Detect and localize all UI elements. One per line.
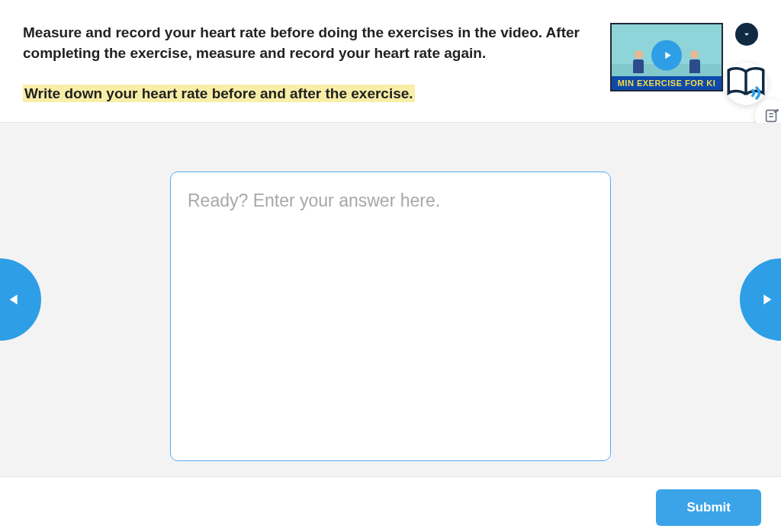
next-button[interactable] <box>740 258 781 341</box>
submit-button[interactable]: Submit <box>656 489 761 526</box>
triangle-left-icon <box>6 291 23 308</box>
thumbnail-figure <box>630 50 647 76</box>
question-header: Measure and record your heart rate befor… <box>0 0 781 123</box>
video-caption: MIN EXERCISE FOR KI <box>612 76 722 90</box>
answer-area <box>0 123 781 476</box>
book-sound-icon <box>725 66 767 101</box>
video-thumbnail[interactable]: MIN EXERCISE FOR KI <box>610 23 723 91</box>
chevron-down-icon <box>741 29 752 40</box>
answer-box <box>170 171 611 461</box>
collapse-toggle-button[interactable] <box>735 23 758 46</box>
edit-note-icon <box>763 107 780 124</box>
read-aloud-button[interactable] <box>725 62 767 105</box>
play-icon <box>651 40 682 71</box>
question-instructions: Measure and record your heart rate befor… <box>23 24 580 61</box>
question-highlighted-prompt: Write down your heart rate before and af… <box>23 85 415 102</box>
answer-input[interactable] <box>188 191 593 442</box>
question-text: Measure and record your heart rate befor… <box>23 23 610 104</box>
footer: Submit <box>0 476 781 532</box>
previous-button[interactable] <box>0 258 41 341</box>
triangle-right-icon <box>758 291 775 308</box>
thumbnail-figure <box>686 50 703 76</box>
